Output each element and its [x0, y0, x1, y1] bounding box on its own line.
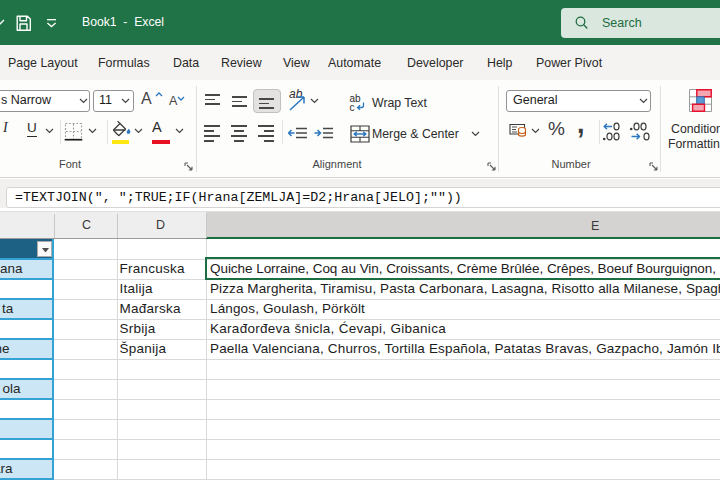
svg-text:ab: ab — [289, 88, 303, 101]
svg-text:c: c — [350, 102, 355, 112]
